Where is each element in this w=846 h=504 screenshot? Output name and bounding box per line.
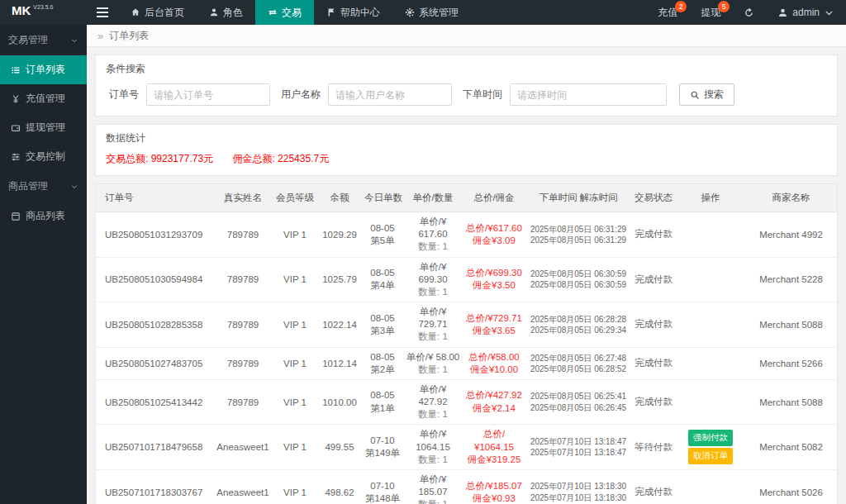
order-time-input[interactable] <box>510 83 667 106</box>
unfreeze-time: 2025年08月05日 06:26:45 <box>528 402 629 413</box>
trade-status: 完成付款 <box>631 302 676 348</box>
refresh-button[interactable] <box>732 0 766 25</box>
table-row: UB2507101718479658Aneasweet1VIP 1499.550… <box>96 425 837 470</box>
row-actions <box>676 469 745 504</box>
unit-price: 单价/¥ 617.60 <box>406 216 460 240</box>
search-button[interactable]: 搜索 <box>679 83 734 106</box>
price-qty: 单价/¥ 699.30数量: 1 <box>403 257 463 302</box>
nav-item-help-center[interactable]: 帮助中心 <box>314 0 392 25</box>
column-header: 余额 <box>317 184 362 212</box>
unit-price: 单价/¥ 699.30 <box>406 261 460 286</box>
nav-item-label: 后台首页 <box>145 6 184 20</box>
order-table-body: UB2508051031293709789789VIP 11029.2908-0… <box>96 212 837 504</box>
order-time: 2025年08月05日 06:30:59 <box>528 269 629 279</box>
user-menu[interactable]: admin <box>766 0 846 25</box>
order-table: 订单号真实姓名会员等级余额今日单数单价/数量总价/佣金下单时间 解冻时间交易状态… <box>96 184 837 504</box>
wallet-icon <box>11 123 21 133</box>
nav-item-label: 系统管理 <box>419 6 459 20</box>
today-order-index: 第149单 <box>364 447 401 459</box>
order-no-input[interactable] <box>146 83 270 106</box>
balance: 1022.14 <box>317 302 362 348</box>
today-date: 08-05 <box>364 389 401 402</box>
total-commission-amount: 佣金总额: 225435.7元 <box>232 153 329 164</box>
column-header: 会员等级 <box>273 184 317 212</box>
commission: 佣金¥3.50 <box>465 279 523 292</box>
total-price: 总价/¥427.92 <box>465 389 523 402</box>
trade-status: 等待付款 <box>631 425 676 470</box>
price-qty: 单价/¥ 185.07数量: 1 <box>403 469 463 504</box>
top-nav: 后台首页角色交易帮助中心系统管理 <box>118 0 471 25</box>
unfreeze-time: 2025年07月10日 13:18:30 <box>528 492 629 503</box>
nav-item-label: 帮助中心 <box>340 6 380 20</box>
search-icon <box>690 90 700 100</box>
order-time: 2025年07月10日 13:18:30 <box>528 481 629 492</box>
order-unfreeze-time: 2025年08月05日 06:30:592025年08月05日 06:30:59 <box>525 257 631 302</box>
nav-item-trade[interactable]: 交易 <box>255 0 314 25</box>
hamburger-icon[interactable] <box>87 0 118 25</box>
cancel-order-button[interactable]: 取消订单 <box>688 448 733 464</box>
sidebar-item-withdraw-mgmt[interactable]: 提现管理 <box>0 113 87 142</box>
unfreeze-time: 2025年08月05日 06:29:34 <box>528 325 629 335</box>
user-icon <box>777 7 788 18</box>
sidebar-group-trade-mgmt[interactable]: 交易管理 <box>0 25 87 55</box>
order-no: UB2508051031293709 <box>96 212 213 258</box>
nav-item-system[interactable]: 系统管理 <box>392 0 471 25</box>
today-count: 08-05第4单 <box>362 257 403 302</box>
order-no: UB2508051027483705 <box>96 347 213 379</box>
stats-panel: 数据统计 交易总额: 9923177.73元 佣金总额: 225435.7元 <box>95 124 838 176</box>
stats-panel-title: 数据统计 <box>96 125 837 145</box>
withdraw-shortcut[interactable]: 提现5 <box>689 0 732 25</box>
recharge-shortcut[interactable]: 充值2 <box>646 0 689 25</box>
order-unfreeze-time: 2025年07月10日 13:18:302025年07月10日 13:18:30 <box>525 469 631 504</box>
quantity: 数量: 1 <box>406 240 460 253</box>
flag-icon <box>326 7 336 17</box>
main-content: » 订单列表 条件搜索 订单号用户名称下单时间搜索 数据统计 交易总额: 992… <box>87 25 846 504</box>
list-icon <box>11 65 21 75</box>
sidebar: 交易管理订单列表充值管理提现管理交易控制商品管理商品列表 <box>0 25 87 504</box>
vip-level: VIP 1 <box>273 379 317 425</box>
sidebar-group-goods-mgmt[interactable]: 商品管理 <box>0 171 87 202</box>
vip-level: VIP 1 <box>273 212 317 258</box>
sidebar-item-label: 充值管理 <box>26 92 65 106</box>
total-commission: 总价/¥729.71佣金¥3.65 <box>463 302 525 348</box>
logo: MK V23.5.6 <box>0 0 87 25</box>
sidebar-item-goods-list[interactable]: 商品列表 <box>0 202 87 231</box>
trade-status: 完成付款 <box>631 212 676 258</box>
total-commission: 总价/¥427.92佣金¥2.14 <box>463 379 525 425</box>
table-row: UB2508051027483705789789VIP 11012.1408-0… <box>96 347 837 379</box>
field-label-user-name: 用户名称 <box>281 88 321 102</box>
force-pay-button[interactable]: 强制付款 <box>688 430 733 446</box>
nav-item-roles[interactable]: 角色 <box>197 0 255 25</box>
vip-level: VIP 1 <box>273 302 317 348</box>
merchant-name: Merchant 5266 <box>745 347 837 379</box>
sidebar-item-order-list[interactable]: 订单列表 <box>0 55 87 84</box>
recharge-badge: 2 <box>675 1 687 12</box>
user-icon <box>209 7 219 17</box>
topbar-shortcuts: 充值2提现5 <box>646 0 732 25</box>
sidebar-item-trade-control[interactable]: 交易控制 <box>0 142 87 171</box>
column-header: 订单号 <box>96 184 213 212</box>
today-date: 07-10 <box>364 435 401 447</box>
order-no: UB2507101718479658 <box>96 425 213 470</box>
vip-level: VIP 1 <box>273 347 317 379</box>
nav-item-dashboard[interactable]: 后台首页 <box>118 0 197 25</box>
column-header: 今日单数 <box>362 184 403 212</box>
withdraw-badge: 5 <box>718 1 730 12</box>
column-header: 交易状态 <box>631 184 676 212</box>
user-name-input[interactable] <box>328 83 452 106</box>
unit-price: 单价/¥ 1064.15 <box>406 428 460 453</box>
nav-item-label: 角色 <box>223 6 243 20</box>
real-name: Aneasweet1 <box>213 425 273 470</box>
total-commission: 总价/¥185.07佣金¥0.93 <box>463 469 525 504</box>
field-label-order-time: 下单时间 <box>463 88 502 102</box>
username: admin <box>792 7 820 18</box>
trade-status: 完成付款 <box>631 379 676 425</box>
row-actions <box>676 347 745 379</box>
sidebar-item-recharge-mgmt[interactable]: 充值管理 <box>0 84 87 113</box>
table-row: UB2508051030594984789789VIP 11025.7908-0… <box>96 257 837 302</box>
column-header: 操作 <box>676 184 745 212</box>
balance: 1029.29 <box>317 212 362 258</box>
order-unfreeze-time: 2025年08月05日 06:25:412025年08月05日 06:26:45 <box>525 379 631 425</box>
sidebar-group-label: 交易管理 <box>8 33 48 47</box>
total-price: 总价/¥185.07 <box>465 480 523 492</box>
